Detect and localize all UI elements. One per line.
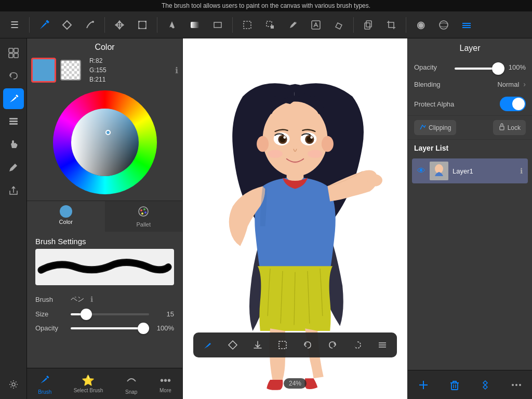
layer-rail-btn[interactable] [3, 111, 24, 132]
pallet-tab[interactable]: Pallet [105, 201, 183, 232]
layer-opacity-slider[interactable] [455, 68, 504, 70]
opacity-label: Opacity [35, 324, 66, 332]
layer-thumbnail [430, 162, 448, 180]
hand-rail-btn[interactable] [3, 134, 24, 155]
svg-marker-16 [336, 23, 342, 29]
lock-btn[interactable]: Lock [493, 120, 526, 135]
color-tab[interactable]: Color [27, 201, 105, 232]
layer-visibility-btn[interactable]: 👁 [417, 166, 425, 176]
svg-rect-59 [500, 126, 504, 130]
svg-rect-30 [9, 121, 18, 122]
brush-info-btn[interactable]: ℹ [90, 295, 93, 303]
eraser-btn[interactable] [328, 15, 349, 35]
canvas-undo-btn[interactable] [299, 337, 316, 353]
lock-icon [498, 123, 506, 132]
svg-point-39 [263, 101, 328, 176]
svg-point-2 [92, 21, 94, 23]
fill-btn[interactable] [162, 15, 182, 35]
svg-rect-4 [138, 21, 140, 22]
protect-alpha-row: Protect Alpha [408, 92, 532, 115]
color-cursor[interactable] [105, 130, 111, 135]
settings-rail-btn[interactable] [3, 374, 24, 395]
svg-point-51 [308, 150, 323, 158]
color-title: Color [31, 43, 178, 52]
primary-swatch[interactable] [31, 58, 56, 83]
3d-btn[interactable] [433, 15, 454, 35]
clipping-label: Clipping [429, 124, 451, 131]
color-info-btn[interactable]: ℹ [175, 65, 178, 75]
gallery-btn[interactable] [3, 43, 24, 63]
svg-point-50 [268, 150, 283, 158]
canvas-menu-btn[interactable] [374, 337, 391, 353]
secondary-swatch[interactable] [60, 60, 81, 81]
canvas-pen-btn[interactable] [200, 337, 216, 353]
canvas-download-btn[interactable] [249, 337, 266, 353]
svg-rect-27 [14, 54, 18, 58]
menu-btn[interactable]: ☰ [4, 15, 25, 35]
sep1 [29, 17, 30, 33]
marquee-btn[interactable] [237, 15, 258, 35]
color-circle-icon [60, 205, 72, 218]
more-btn[interactable]: ••• More [155, 373, 176, 395]
gradient-btn[interactable] [184, 15, 205, 35]
brush-section: Brush Settings Brush ペン ℹ Size 15 Opacit… [27, 232, 182, 368]
add-layer-btn[interactable] [413, 375, 434, 395]
color-wheel[interactable] [53, 90, 157, 194]
delete-layer-btn[interactable] [444, 375, 465, 395]
size-label: Size [35, 310, 66, 318]
snap-icon [125, 373, 138, 388]
diamond-tool-btn[interactable] [57, 15, 77, 35]
pallet-icon [137, 205, 150, 220]
size-slider[interactable] [71, 313, 149, 315]
color-gradient-box[interactable] [71, 109, 139, 176]
select-brush-label: Select Brush [74, 388, 103, 393]
eyedrop-rail-btn[interactable] [3, 157, 24, 178]
svg-point-19 [440, 21, 448, 29]
brush-bottom-btn[interactable]: Brush [34, 371, 56, 397]
brush-rail-btn[interactable] [3, 88, 24, 109]
crop-btn[interactable] [381, 15, 402, 35]
layer-info-btn[interactable]: ℹ [520, 167, 523, 175]
canvas-lasso-btn[interactable] [349, 337, 366, 353]
eyedropper-btn[interactable] [283, 15, 303, 35]
layer-more-btn[interactable] [506, 375, 527, 395]
canvas-area[interactable]: 24% [183, 38, 407, 399]
sep2 [104, 17, 105, 33]
opacity-slider[interactable] [71, 327, 149, 329]
zoom-indicator: 24% [284, 378, 307, 389]
color-wheel-container[interactable] [31, 88, 178, 196]
protect-alpha-toggle[interactable] [500, 97, 526, 111]
smudge-tool-btn[interactable] [79, 15, 100, 35]
transform-btn[interactable] [132, 15, 153, 35]
share-rail-btn[interactable] [3, 180, 24, 201]
svg-point-49 [310, 136, 313, 139]
select-color-btn[interactable] [305, 15, 326, 35]
color-section: Color R:82G:155B:211 ℹ [27, 38, 182, 201]
clip-lock-row: Clipping Lock [408, 115, 532, 140]
rect-btn[interactable] [207, 15, 228, 35]
opacity-row-label: Opacity [414, 63, 450, 71]
svg-rect-28 [16, 95, 19, 98]
svg-point-13 [295, 22, 297, 24]
select-brush-btn[interactable]: ⭐ Select Brush [70, 372, 108, 395]
copy-btn[interactable] [358, 15, 379, 35]
brush-tool-btn[interactable] [34, 15, 55, 35]
rect-select-btn[interactable] [260, 15, 281, 35]
text-btn[interactable]: ◉ [410, 15, 431, 35]
svg-rect-25 [14, 48, 18, 52]
select-brush-icon: ⭐ [82, 374, 95, 387]
canvas-diamond-btn[interactable] [224, 337, 241, 353]
swatches-row: R:82G:155B:211 ℹ [31, 56, 178, 84]
undo-rail-btn[interactable] [3, 65, 24, 86]
canvas-selection-btn[interactable] [274, 337, 291, 353]
canvas-redo-btn[interactable] [324, 337, 341, 353]
move-tool-btn[interactable] [109, 15, 130, 35]
layer-item[interactable]: 👁 Layer1 ℹ [412, 158, 528, 183]
blending-value: Normal [497, 81, 519, 88]
move-layer-btn[interactable] [475, 375, 496, 395]
blending-row[interactable]: Blending Normal › [408, 76, 532, 92]
clipping-btn[interactable]: Clipping [414, 120, 456, 135]
snap-btn[interactable]: Snap [121, 371, 142, 397]
layers-panel-btn[interactable] [456, 15, 477, 35]
opacity-slider-container[interactable] [455, 62, 504, 72]
